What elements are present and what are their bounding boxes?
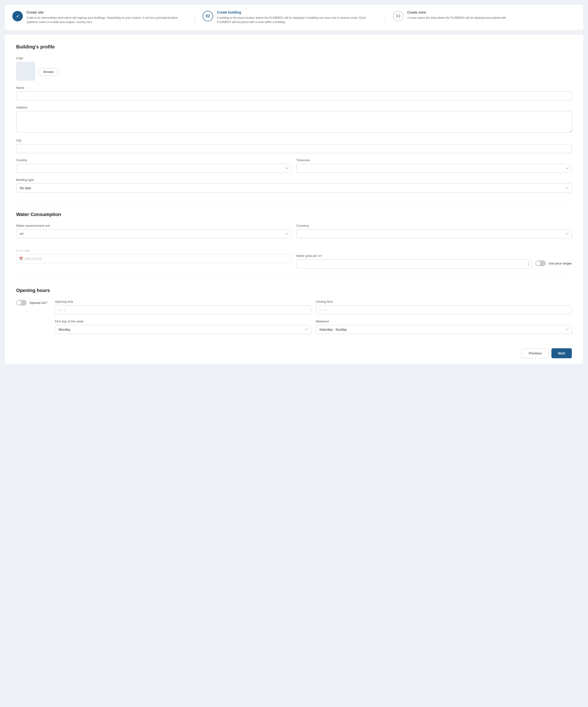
building-profile-section: Building's profile Logo Browse Name Addr… xyxy=(16,44,572,193)
timezone-group: Timezone xyxy=(296,158,572,173)
step-icon-create-building: 02 xyxy=(203,11,213,21)
bottom-navigation: Previous Next xyxy=(522,348,572,358)
water-price-wrapper: ▲ ▼ xyxy=(296,260,531,269)
closing-time-input[interactable] xyxy=(316,305,572,314)
weekend-select[interactable]: Saturday - Sunday Friday - Saturday Sund… xyxy=(316,325,572,334)
browse-button[interactable]: Browse xyxy=(39,68,58,76)
measurement-currency-row: Water measurement unit m³ L gal Currency… xyxy=(16,224,572,244)
step-desc-create-building: A building is the exact location where t… xyxy=(217,16,378,24)
step-content-create-zone: Create zone A zone covers the area where… xyxy=(407,10,507,20)
stepper: ✓ Create site A site is an intermediary … xyxy=(5,5,583,30)
water-price-input[interactable] xyxy=(296,260,531,269)
use-price-ranges-label: Use price ranges xyxy=(549,262,572,265)
price-down-icon[interactable]: ▼ xyxy=(528,264,530,266)
closing-time-group: Closing time xyxy=(316,300,572,314)
day-weekend-row: First day of the week Monday Sunday Satu… xyxy=(55,319,572,339)
measurement-unit-select[interactable]: m³ L gal xyxy=(16,229,292,238)
time-cols: Opening time Closing time First day of t… xyxy=(55,300,572,339)
address-label: Address xyxy=(16,106,572,109)
calendar-icon: 📅 xyxy=(19,257,23,261)
water-price-label: Water price per m³ xyxy=(296,254,531,258)
water-consumption-section: Water Consumption Water measurement unit… xyxy=(16,212,572,269)
divider-1 xyxy=(16,202,572,202)
price-up-icon[interactable]: ▲ xyxy=(528,262,530,264)
step-title-create-site: Create site xyxy=(27,10,187,14)
address-input[interactable] xyxy=(16,111,572,132)
opening-time-group: Opening time xyxy=(55,300,311,314)
price-row: From date 📅 Water price per m³ ▲ ▼ xyxy=(16,249,572,269)
opening-closing-row: Opening time Closing time xyxy=(55,300,572,319)
closing-time-label: Closing time xyxy=(316,300,572,303)
building-type-select[interactable]: No type Office Retail Industrial Residen… xyxy=(16,183,572,193)
opening-hours-title: Opening hours xyxy=(16,288,572,293)
use-price-ranges-group: Use price ranges xyxy=(535,261,572,266)
city-group: City xyxy=(16,139,572,153)
opening-hours-section: Opening hours Opened 24/7 Opening time C… xyxy=(16,288,572,339)
opened-247-group: Opened 24/7 xyxy=(16,300,47,306)
city-label: City xyxy=(16,139,572,142)
currency-group: Currency EUR USD GBP xyxy=(296,224,572,238)
measurement-unit-group: Water measurement unit m³ L gal xyxy=(16,224,292,238)
step-icon-create-site: ✓ xyxy=(12,11,23,21)
logo-group: Logo Browse xyxy=(16,56,572,81)
from-date-wrapper: 📅 xyxy=(16,254,292,263)
water-price-group: Water price per m³ ▲ ▼ xyxy=(296,254,531,269)
opening-time-input[interactable] xyxy=(55,305,311,314)
city-input[interactable] xyxy=(16,144,572,153)
measurement-unit-label: Water measurement unit xyxy=(16,224,292,228)
building-type-label: Building type xyxy=(16,178,572,181)
name-group: Name xyxy=(16,86,572,100)
next-button[interactable]: Next xyxy=(551,348,572,358)
first-day-select[interactable]: Monday Sunday Saturday xyxy=(55,325,311,334)
step-title-create-building: Create building xyxy=(217,10,378,14)
weekend-group: Weekend Saturday - Sunday Friday - Satur… xyxy=(316,319,572,334)
from-date-label: From date xyxy=(16,249,292,252)
from-date-group: From date 📅 xyxy=(16,249,292,263)
weekend-label: Weekend xyxy=(316,319,572,323)
timezone-label: Timezone xyxy=(296,158,572,162)
country-group: Country xyxy=(16,158,292,173)
opened-247-label: Opened 24/7 xyxy=(29,301,47,305)
timezone-select[interactable] xyxy=(296,164,572,173)
previous-button[interactable]: Previous xyxy=(522,348,548,358)
currency-label: Currency xyxy=(296,224,572,228)
step-content-create-building: Create building A building is the exact … xyxy=(217,10,378,24)
logo-label: Logo xyxy=(16,56,572,60)
step-create-zone: 03 Create zone A zone covers the area wh… xyxy=(385,10,576,21)
step-content-create-site: Create site A site is an intermediary le… xyxy=(27,10,187,24)
country-select[interactable] xyxy=(16,164,292,173)
opening-hours-row: Opened 24/7 Opening time Closing time xyxy=(16,300,572,339)
address-group: Address xyxy=(16,106,572,133)
step-desc-create-site: A site is an intermediary level which wi… xyxy=(27,16,187,24)
first-day-group: First day of the week Monday Sunday Satu… xyxy=(55,319,311,334)
building-profile-title: Building's profile xyxy=(16,44,572,49)
name-label: Name xyxy=(16,86,572,90)
country-label: Country xyxy=(16,158,292,162)
logo-preview xyxy=(16,62,35,81)
opened-247-toggle[interactable] xyxy=(16,300,27,306)
currency-select[interactable]: EUR USD GBP xyxy=(296,229,572,238)
country-timezone-row: Country Timezone xyxy=(16,158,572,178)
price-spinners: ▲ ▼ xyxy=(528,262,530,266)
step-desc-create-zone: A zone covers the area where the FLOWBOX… xyxy=(407,16,507,20)
step-icon-create-zone: 03 xyxy=(393,11,403,21)
building-type-group: Building type No type Office Retail Indu… xyxy=(16,178,572,193)
main-form-card: Building's profile Logo Browse Name Addr… xyxy=(5,35,583,364)
logo-area: Browse xyxy=(16,62,572,81)
use-price-ranges-toggle[interactable] xyxy=(535,261,546,266)
first-day-label: First day of the week xyxy=(55,319,311,323)
price-use-ranges-group: Water price per m³ ▲ ▼ Use price ranges xyxy=(296,254,572,269)
step-create-site: ✓ Create site A site is an intermediary … xyxy=(12,10,195,24)
opening-time-label: Opening time xyxy=(55,300,311,303)
from-date-input[interactable] xyxy=(16,254,292,263)
step-title-create-zone: Create zone xyxy=(407,10,507,14)
water-consumption-title: Water Consumption xyxy=(16,212,572,217)
name-input[interactable] xyxy=(16,91,572,100)
step-create-building: 02 Create building A building is the exa… xyxy=(195,10,385,24)
